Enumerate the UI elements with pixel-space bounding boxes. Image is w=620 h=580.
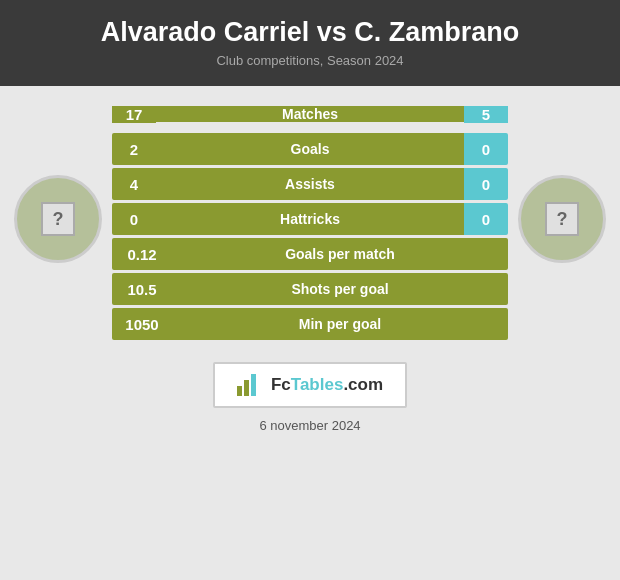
stat-row-shots-per-goal: 10.5 Shots per goal [112,273,508,305]
logo-chart-icon [237,372,263,398]
stat-row-matches: 17 Matches 5 [112,98,508,130]
matches-label: Matches [156,106,464,122]
goals-per-match-val: 0.12 [112,238,172,270]
hattricks-left-val: 0 [112,203,156,235]
stat-row-goals-per-match: 0.12 Goals per match [112,238,508,270]
min-per-goal-val: 1050 [112,308,172,340]
assists-right-val: 0 [464,168,508,200]
goals-label: Goals [156,133,464,165]
assists-left-val: 4 [112,168,156,200]
right-player-avatar: ? [518,175,606,263]
players-row: ? 17 Matches 5 2 Goals 0 4 Assists 0 0 [0,86,620,348]
matches-left-val: 17 [112,106,156,123]
assists-label: Assists [156,168,464,200]
logo-text: FcTables.com [271,375,383,395]
top-section: Alvarado Carriel vs C. Zambrano Club com… [0,0,620,86]
goals-right-val: 0 [464,133,508,165]
matches-right-val: 5 [464,106,508,123]
stat-row-goals: 2 Goals 0 [112,133,508,165]
shots-per-goal-val: 10.5 [112,273,172,305]
hattricks-right-val: 0 [464,203,508,235]
shots-per-goal-label: Shots per goal [172,273,508,305]
main-title: Alvarado Carriel vs C. Zambrano [20,16,600,48]
stat-row-hattricks: 0 Hattricks 0 [112,203,508,235]
stats-container: 17 Matches 5 2 Goals 0 4 Assists 0 0 Hat… [102,98,518,340]
main-content: ? 17 Matches 5 2 Goals 0 4 Assists 0 0 [0,86,620,580]
min-per-goal-label: Min per goal [172,308,508,340]
goals-per-match-label: Goals per match [172,238,508,270]
left-player-avatar: ? [14,175,102,263]
stat-row-assists: 4 Assists 0 [112,168,508,200]
logo-container: FcTables.com [213,362,407,408]
right-avatar-placeholder: ? [545,202,579,236]
goals-left-val: 2 [112,133,156,165]
footer-date: 6 november 2024 [259,418,360,433]
subtitle: Club competitions, Season 2024 [20,53,600,68]
left-avatar-placeholder: ? [41,202,75,236]
stat-row-min-per-goal: 1050 Min per goal [112,308,508,340]
hattricks-label: Hattricks [156,203,464,235]
